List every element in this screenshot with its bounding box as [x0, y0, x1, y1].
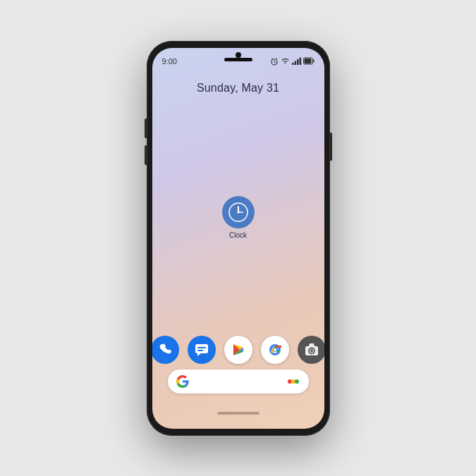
svg-line-4: [276, 58, 277, 59]
phone-icon: [157, 342, 173, 358]
svg-rect-18: [197, 347, 206, 348]
messages-icon: [194, 342, 209, 358]
svg-marker-17: [197, 353, 201, 356]
svg-line-3: [271, 58, 273, 59]
svg-rect-7: [297, 59, 299, 65]
svg-marker-25: [309, 343, 315, 346]
svg-point-27: [310, 349, 313, 352]
speaker: [224, 58, 252, 61]
date-display: Sunday, May 31: [197, 82, 279, 94]
svg-point-15: [237, 211, 239, 213]
svg-rect-16: [195, 344, 208, 353]
svg-rect-19: [197, 350, 203, 351]
clock-app-icon: [222, 196, 255, 228]
app-phone[interactable]: [152, 336, 179, 364]
svg-rect-10: [312, 60, 314, 63]
google-mic-icon: [286, 374, 300, 389]
power-button[interactable]: [330, 133, 332, 161]
svg-rect-11: [304, 59, 311, 63]
clock-app-label: Clock: [229, 231, 247, 239]
svg-rect-5: [292, 63, 294, 65]
svg-rect-8: [299, 58, 301, 66]
status-time: 9:00: [162, 57, 177, 66]
app-play-store[interactable]: [224, 336, 252, 364]
camera-icon: [304, 342, 319, 358]
svg-point-23: [274, 348, 276, 351]
clock-app[interactable]: Clock: [222, 196, 255, 239]
google-g-icon: [176, 375, 189, 388]
clock-svg: [228, 202, 249, 223]
dock-area: [152, 336, 324, 393]
phone-screen: 9:00: [152, 48, 324, 429]
nav-pill[interactable]: [217, 412, 260, 415]
wifi-icon: [281, 57, 290, 65]
battery-icon: [303, 57, 315, 65]
play-store-icon: [231, 342, 246, 358]
front-camera: [236, 52, 241, 58]
phone-device: 9:00: [147, 41, 330, 436]
app-chrome[interactable]: [261, 336, 289, 364]
volume-up-button[interactable]: [145, 118, 147, 138]
status-icons: [270, 57, 315, 66]
date-area: Sunday, May 31: [152, 82, 324, 94]
google-search-bar[interactable]: [168, 370, 309, 393]
alarm-icon: [270, 57, 279, 66]
dock-row: [152, 336, 324, 364]
app-camera[interactable]: [298, 336, 324, 364]
svg-rect-6: [294, 61, 296, 66]
chrome-icon: [267, 341, 283, 358]
app-messages[interactable]: [188, 336, 216, 364]
svg-point-30: [295, 379, 299, 384]
signal-icon: [292, 57, 301, 65]
navigation-bar: [152, 403, 324, 423]
volume-down-button[interactable]: [145, 145, 147, 165]
